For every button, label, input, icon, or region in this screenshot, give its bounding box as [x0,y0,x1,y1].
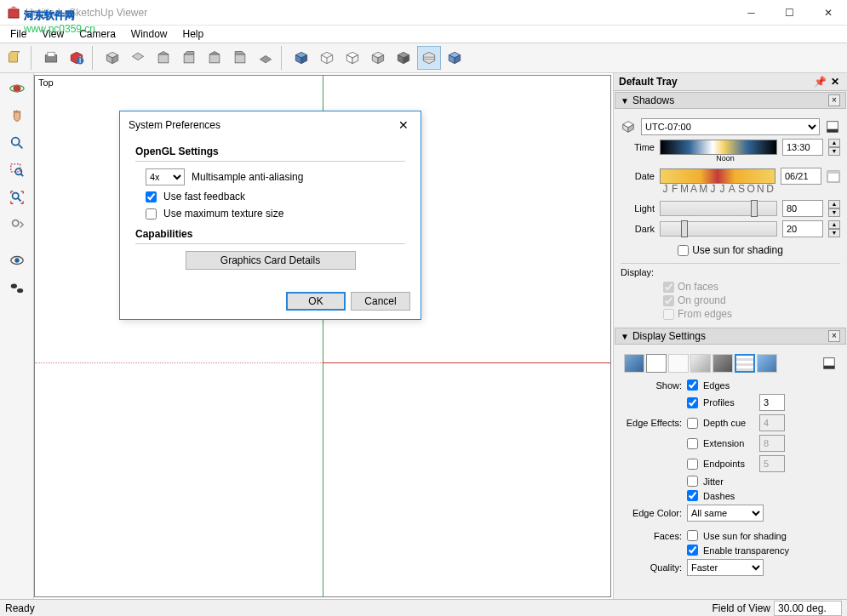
extension-checkbox[interactable] [687,438,698,449]
multisample-select[interactable]: 4x [146,168,185,185]
light-input[interactable] [782,200,823,217]
panel-close-icon[interactable]: × [828,330,840,342]
menu-file[interactable]: File [3,26,33,42]
shadow-settings-icon[interactable] [825,119,840,134]
zoom-extents-icon[interactable] [5,185,29,209]
top-view-icon[interactable] [126,46,150,70]
look-around-icon[interactable] [5,248,29,272]
style-wireframe-icon[interactable] [646,354,667,373]
svg-point-29 [14,258,19,262]
svg-rect-35 [827,171,839,174]
style-monochrome-icon[interactable] [713,354,733,373]
pin-icon[interactable]: 📌 [813,76,827,88]
style-hidden-line-icon[interactable] [341,46,364,70]
date-input[interactable] [781,168,821,185]
faces-use-sun-checkbox[interactable] [687,530,698,541]
light-slider[interactable] [660,201,777,216]
edge-effects-label: Edge Effects: [621,418,682,428]
endpoints-checkbox[interactable] [687,459,698,470]
model-info-icon[interactable]: i [65,46,89,70]
fast-feedback-checkbox[interactable] [146,191,157,202]
dashes-label: Dashes [703,491,735,501]
time-slider[interactable]: Noon [660,140,777,155]
display-settings-icon[interactable] [821,356,837,371]
on-ground-label: On ground [678,294,726,306]
cancel-button[interactable]: Cancel [351,292,410,311]
svg-line-21 [18,145,22,149]
dark-spinner[interactable]: ▲▼ [828,220,840,237]
style-shaded-textures-icon[interactable] [624,354,644,373]
fov-value[interactable]: 30.00 deg. [774,601,842,616]
front-view-icon[interactable] [152,46,175,70]
quality-select[interactable]: Faster [687,559,764,576]
style-shaded-textures-icon[interactable] [289,46,313,70]
style-hidden-line-icon[interactable] [668,354,689,373]
style-shaded-icon[interactable] [366,46,390,70]
date-slider[interactable]: JFMAMJJASOND [660,168,775,184]
display-panel: Show: Edges Profiles Edge Effects: Depth… [614,345,847,585]
depth-cue-checkbox[interactable] [687,418,698,429]
zoom-window-icon[interactable] [5,158,29,182]
style-back-edges-icon[interactable] [443,46,466,70]
previous-view-icon[interactable] [5,213,29,237]
edge-color-select[interactable]: All same [687,505,764,522]
left-view-icon[interactable] [228,46,252,70]
max-texture-checkbox[interactable] [146,208,157,220]
menu-help[interactable]: Help [176,26,211,42]
profiles-label: Profiles [703,397,754,408]
timezone-select[interactable]: UTC-07:00 [641,118,820,135]
use-sun-checkbox[interactable] [678,245,689,256]
style-shaded-icon[interactable] [690,354,711,373]
shadows-panel-header[interactable]: ▼ Shadows × [615,92,846,109]
print-icon[interactable] [39,46,63,70]
dark-input[interactable] [782,220,823,237]
profiles-checkbox[interactable] [687,397,698,408]
back-view-icon[interactable] [203,46,226,70]
dark-slider[interactable] [660,221,777,237]
panel-close-icon[interactable]: × [828,94,840,106]
style-xray-icon[interactable] [735,354,755,373]
dialog-titlebar[interactable]: System Preferences ✕ [120,111,421,139]
bottom-view-icon[interactable] [254,46,278,70]
svg-rect-5 [48,52,54,56]
zoom-icon[interactable] [5,131,29,155]
menu-camera[interactable]: Camera [72,26,123,42]
transparency-checkbox[interactable] [687,545,698,556]
time-spinner[interactable]: ▲▼ [828,139,840,156]
edges-checkbox[interactable] [687,379,698,391]
tray-close-icon[interactable]: ✕ [828,76,842,88]
open-icon[interactable] [3,46,27,70]
dashes-checkbox[interactable] [687,490,698,501]
toolbar-separator [31,46,36,70]
style-monochrome-icon[interactable] [392,46,415,70]
walk-icon[interactable] [5,276,29,299]
collapse-icon: ▼ [621,332,629,341]
dialog-close-icon[interactable]: ✕ [395,118,412,132]
main-toolbar: i [0,43,847,73]
minimize-button[interactable]: ─ [732,0,770,25]
style-wireframe-icon[interactable] [315,46,339,70]
graphics-details-button[interactable]: Graphics Card Details [186,251,356,270]
menu-window[interactable]: Window [124,26,175,42]
orbit-icon[interactable] [5,77,29,100]
pan-icon[interactable] [5,104,29,128]
ok-button[interactable]: OK [286,292,346,311]
light-spinner[interactable]: ▲▼ [828,200,840,217]
multisample-label: Multisample anti-aliasing [192,171,303,183]
display-panel-header[interactable]: ▼ Display Settings × [615,328,846,345]
iso-view-icon[interactable] [100,46,124,70]
style-xray-icon[interactable] [417,46,441,70]
right-view-icon[interactable] [177,46,201,70]
jitter-checkbox[interactable] [687,476,698,487]
calendar-icon[interactable] [827,169,840,183]
time-input[interactable] [782,139,823,156]
profiles-input[interactable] [759,394,785,411]
tray-title-text: Default Tray [619,76,678,88]
style-back-edges-icon[interactable] [757,354,777,373]
close-button[interactable]: ✕ [809,0,847,25]
shadow-toggle-icon[interactable] [621,119,636,134]
svg-point-20 [11,138,19,145]
menu-view[interactable]: View [35,26,71,42]
maximize-button[interactable]: ☐ [770,0,809,25]
svg-point-30 [10,284,16,288]
